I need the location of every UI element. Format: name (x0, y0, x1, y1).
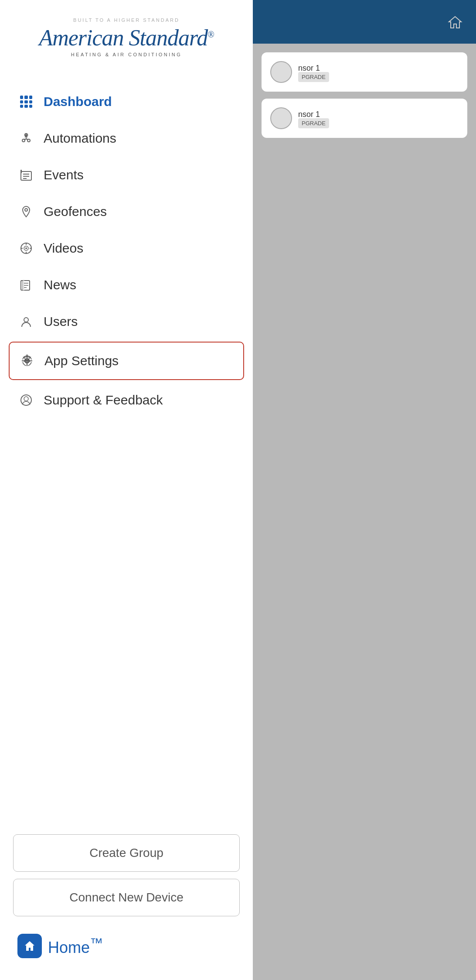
videos-label: Videos (44, 241, 83, 256)
users-icon (17, 313, 35, 330)
sidebar-item-geofences[interactable]: Geofences (0, 193, 253, 230)
home-header-icon (447, 14, 463, 30)
logo-section: BUILT TO A HIGHER STANDARD American Stan… (0, 17, 253, 70)
grid-icon (17, 93, 35, 110)
svg-point-13 (25, 247, 27, 249)
sidebar-item-users[interactable]: Users (0, 303, 253, 340)
sidebar-item-app-settings[interactable]: App Settings (9, 342, 244, 380)
svg-point-4 (27, 139, 30, 142)
device-badge-1: PGRADE (298, 72, 329, 82)
svg-point-29 (24, 397, 28, 401)
svg-point-3 (22, 139, 25, 142)
settings-icon (18, 352, 36, 370)
sidebar-item-dashboard[interactable]: Dashboard (0, 83, 253, 120)
logo-tagline: BUILT TO A HIGHER STANDARD (17, 17, 235, 23)
device-badge-2: PGRADE (298, 118, 329, 128)
device-row-1: nsor 1 PGRADE (270, 61, 459, 83)
device-row-2: nsor 1 PGRADE (270, 107, 459, 129)
logo-subtitle: HEATING & AIR CONDITIONING (17, 52, 235, 57)
device-icon-1 (270, 61, 292, 83)
right-panel: nsor 1 PGRADE nsor 1 PGRADE (253, 0, 476, 980)
logo-script: American Standard® (39, 25, 214, 50)
device-name-1: nsor 1 (298, 64, 459, 73)
home-brand-section: Home™ (0, 925, 253, 963)
svg-point-24 (24, 318, 28, 322)
users-label: Users (44, 314, 78, 329)
news-icon (17, 276, 35, 294)
events-icon (17, 166, 35, 184)
device-card-2: nsor 1 PGRADE (262, 99, 467, 138)
home-brand-icon (17, 934, 42, 958)
svg-rect-9 (20, 170, 22, 173)
logo-main: American Standard® (17, 25, 235, 50)
news-label: News (44, 278, 76, 292)
dashboard-label: Dashboard (44, 94, 112, 109)
automations-icon (17, 130, 35, 147)
geofences-icon (17, 203, 35, 220)
device-card-1: nsor 1 PGRADE (262, 52, 467, 92)
right-header (253, 0, 476, 44)
svg-point-10 (25, 209, 27, 211)
sidebar-item-support[interactable]: Support & Feedback (0, 382, 253, 418)
app-settings-label: App Settings (44, 353, 119, 368)
navigation: Dashboard Automations (0, 70, 253, 830)
sidebar-item-videos[interactable]: Videos (0, 230, 253, 267)
device-name-2: nsor 1 (298, 110, 459, 119)
create-group-button[interactable]: Create Group (13, 834, 240, 872)
videos-icon (17, 240, 35, 257)
home-brand-label: Home™ (48, 935, 103, 957)
device-icon-2 (270, 107, 292, 129)
sidebar-item-automations[interactable]: Automations (0, 120, 253, 157)
sidebar: BUILT TO A HIGHER STANDARD American Stan… (0, 0, 253, 980)
device-info-1: nsor 1 PGRADE (292, 64, 459, 81)
svg-point-27 (26, 360, 28, 362)
automations-label: Automations (44, 131, 116, 146)
support-label: Support & Feedback (44, 393, 163, 408)
events-label: Events (44, 168, 84, 182)
connect-device-button[interactable]: Connect New Device (13, 879, 240, 916)
sidebar-item-events[interactable]: Events (0, 157, 253, 193)
right-content: nsor 1 PGRADE nsor 1 PGRADE (253, 44, 476, 980)
geofences-label: Geofences (44, 204, 107, 219)
device-info-2: nsor 1 PGRADE (292, 110, 459, 127)
action-buttons: Create Group Connect New Device (0, 830, 253, 925)
support-icon (17, 391, 35, 409)
sidebar-item-news[interactable]: News (0, 267, 253, 303)
